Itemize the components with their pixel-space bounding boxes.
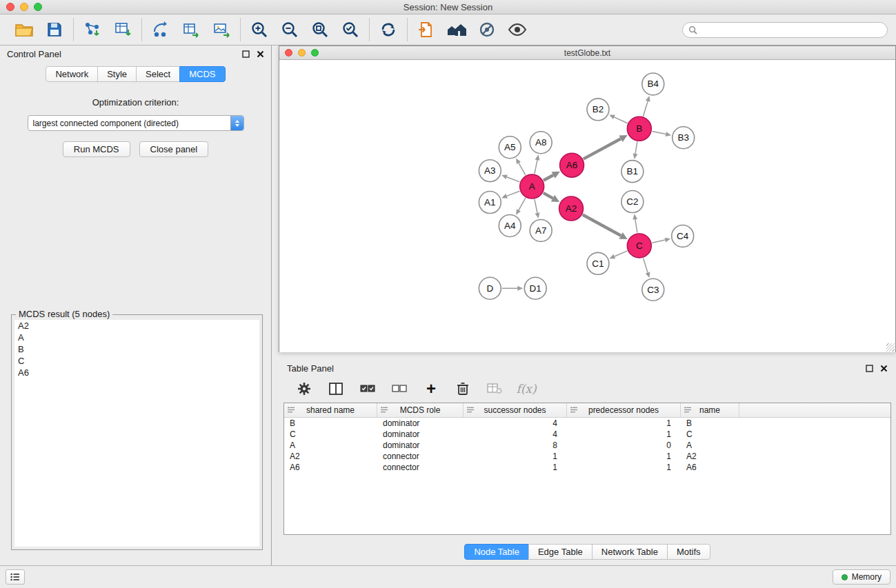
graph-edge-A-A7[interactable] (535, 199, 539, 219)
graph-edge-A-A3[interactable] (501, 175, 519, 182)
graph-node-A1[interactable]: A1 (479, 192, 501, 214)
column-header-name[interactable]: name (681, 403, 739, 417)
graph-edge-C-C3[interactable] (643, 258, 650, 278)
graph-edge-C-C1[interactable] (609, 251, 627, 258)
show-panels-button[interactable] (6, 569, 25, 585)
graph-edge-A-A8[interactable] (535, 154, 539, 174)
resize-grip[interactable] (886, 343, 895, 352)
graph-node-C[interactable]: C (627, 234, 651, 258)
tab-edge-table[interactable]: Edge Table (528, 544, 593, 560)
graph-edge-D-D1[interactable] (502, 286, 523, 291)
graph-edge-C-C4[interactable] (652, 238, 670, 243)
run-mcds-button[interactable]: Run MCDS (63, 141, 130, 157)
tab-network-table[interactable]: Network Table (592, 544, 668, 560)
zoom-in-icon[interactable] (249, 19, 270, 40)
mcds-result-item[interactable]: C (14, 355, 259, 367)
graph-node-A5[interactable]: A5 (499, 136, 521, 159)
graph-node-C3[interactable]: C3 (642, 278, 664, 301)
zoom-selected-icon[interactable] (340, 19, 361, 40)
save-icon[interactable] (44, 19, 65, 40)
criterion-dropdown[interactable]: largest connected component (directed) (28, 115, 244, 131)
network-canvas[interactable]: B4B2BB3A5A8A6A3B1AA1C2A2A4A7C4CC1C3DD1 (279, 60, 895, 352)
table-row[interactable]: Cdominator41C (284, 429, 890, 440)
tab-style[interactable]: Style (97, 66, 137, 82)
float-table-panel-icon[interactable] (866, 365, 873, 372)
graph-node-A2[interactable]: A2 (559, 196, 584, 221)
eye-icon[interactable] (507, 19, 528, 40)
graph-node-C1[interactable]: C1 (587, 252, 609, 274)
graph-edge-B-B3[interactable] (652, 132, 671, 136)
graph-edge-A-A5[interactable] (516, 158, 526, 175)
close-table-panel-icon[interactable] (880, 365, 888, 372)
mcds-result-item[interactable]: B (14, 343, 259, 355)
graph-edge-A2-C[interactable] (583, 215, 628, 239)
import-network-icon[interactable] (82, 19, 103, 40)
table-row[interactable]: Adominator80A (284, 440, 890, 451)
graph-node-A6[interactable]: A6 (560, 153, 584, 177)
graph-node-B3[interactable]: B3 (673, 127, 695, 149)
hide-graphics-icon[interactable] (477, 19, 497, 40)
network-graph[interactable]: B4B2BB3A5A8A6A3B1AA1C2A2A4A7C4CC1C3DD1 (279, 60, 895, 352)
add-row-icon[interactable]: + (423, 381, 439, 397)
column-header-successor-nodes[interactable]: successor nodes (464, 403, 567, 417)
graph-edge-A-A2[interactable] (544, 193, 559, 202)
export-image-icon[interactable] (211, 19, 232, 40)
tab-motifs[interactable]: Motifs (667, 544, 710, 560)
export-document-icon[interactable] (416, 19, 437, 40)
table-row[interactable]: Bdominator41B (284, 418, 890, 429)
new-network-icon[interactable] (150, 19, 171, 40)
graph-edge-A6-B[interactable] (584, 135, 628, 159)
graph-edge-B-B4[interactable] (643, 96, 650, 116)
close-panel-icon[interactable] (257, 50, 264, 58)
home-icon[interactable] (446, 19, 467, 40)
graph-edge-A-A1[interactable] (501, 191, 519, 198)
graph-node-B2[interactable]: B2 (587, 99, 609, 121)
graph-edge-C-C2[interactable] (633, 214, 637, 232)
graph-node-C4[interactable]: C4 (672, 225, 694, 247)
graph-edge-B-B2[interactable] (609, 114, 627, 123)
close-panel-button[interactable]: Close panel (139, 141, 209, 157)
mcds-result-list[interactable]: A2ABCA6 (14, 320, 259, 547)
tab-node-table[interactable]: Node Table (464, 544, 529, 560)
tab-select[interactable]: Select (136, 66, 180, 82)
graph-node-B4[interactable]: B4 (642, 73, 664, 95)
import-table-icon[interactable] (112, 19, 133, 40)
graph-edge-A-A6[interactable] (544, 172, 560, 181)
column-chooser-icon[interactable] (328, 381, 344, 397)
graph-node-A7[interactable]: A7 (530, 219, 552, 241)
graph-edge-B-B1[interactable] (633, 141, 638, 159)
graph-node-A4[interactable]: A4 (499, 214, 521, 236)
graph-node-A3[interactable]: A3 (479, 160, 501, 182)
mcds-result-item[interactable]: A2 (14, 320, 259, 332)
memory-button[interactable]: Memory (833, 569, 890, 585)
delete-row-icon[interactable] (455, 381, 471, 397)
graph-node-B1[interactable]: B1 (621, 161, 644, 183)
column-header-shared-name[interactable]: shared name (284, 403, 377, 417)
table-row[interactable]: A2connector11A2 (284, 451, 890, 462)
tab-mcds[interactable]: MCDS (179, 66, 225, 82)
table-row[interactable]: A6connector11A6 (284, 462, 890, 473)
mcds-result-item[interactable]: A (14, 332, 259, 343)
mcds-result-item[interactable]: A6 (14, 367, 259, 378)
graph-node-C2[interactable]: C2 (621, 191, 644, 213)
export-table-icon[interactable] (181, 19, 201, 40)
tab-network[interactable]: Network (46, 66, 98, 82)
network-window-titlebar[interactable]: testGlobe.txt (279, 46, 895, 60)
graph-edge-A-A4[interactable] (516, 198, 526, 215)
select-all-checkboxes-icon[interactable] (359, 381, 376, 397)
graph-node-D1[interactable]: D1 (524, 277, 546, 299)
graph-node-A8[interactable]: A8 (530, 132, 552, 154)
zoom-fit-icon[interactable] (310, 19, 330, 40)
column-header-MCDS-role[interactable]: MCDS role (377, 403, 464, 417)
graph-node-D[interactable]: D (479, 277, 501, 299)
refresh-icon[interactable] (378, 19, 399, 40)
unselect-all-checkboxes-icon[interactable] (391, 381, 408, 397)
zoom-out-icon[interactable] (279, 19, 300, 40)
graph-node-A[interactable]: A (520, 174, 544, 199)
node-table[interactable]: shared nameMCDS rolesuccessor nodesprede… (283, 403, 891, 535)
graph-node-B[interactable]: B (627, 116, 651, 141)
column-header-predecessor-nodes[interactable]: predecessor nodes (567, 403, 681, 417)
search-field[interactable] (682, 22, 888, 38)
open-folder-icon[interactable] (14, 19, 34, 40)
settings-gear-icon[interactable] (296, 381, 312, 397)
